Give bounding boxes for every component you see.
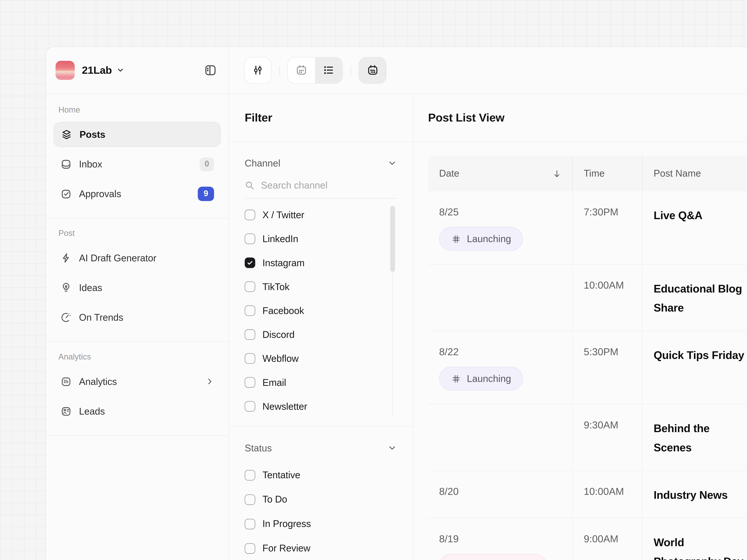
channel-option-email[interactable]: Email [244, 371, 385, 394]
channel-option-label: Facebook [262, 305, 304, 316]
tag-pill-launching[interactable]: Launching [439, 227, 523, 251]
app-window: 21Lab [46, 47, 747, 560]
post-date: 8/25 [439, 206, 562, 218]
checkbox-unchecked[interactable] [244, 401, 255, 411]
checkbox-unchecked[interactable] [244, 329, 255, 340]
inbox-count-badge: 0 [200, 157, 214, 171]
table-row[interactable]: 8/20 10:00AM Industry News [428, 471, 747, 518]
checkbox-unchecked[interactable] [244, 282, 255, 292]
table-header-row: Date Time Post Name [428, 156, 747, 191]
inbox-icon [60, 158, 72, 170]
post-list-header: Post List View [413, 94, 747, 142]
channel-section-header[interactable]: Channel [244, 154, 397, 172]
table-row[interactable]: 9:30AM Behind the Scenes [428, 404, 747, 471]
tag-pill-world-photography-day[interactable]: World Photography Day [439, 554, 547, 560]
tag-pill-launching[interactable]: Launching [439, 367, 523, 391]
filter-title: Filter [244, 111, 272, 124]
sidebar-item-label: Approvals [79, 188, 121, 199]
calendar-view-button[interactable] [288, 57, 315, 83]
channel-option-label: X / Twitter [262, 209, 304, 220]
checkbox-unchecked[interactable] [244, 494, 255, 505]
post-date: 8/19 [439, 533, 562, 545]
calendar-view-icon [295, 64, 307, 76]
column-header-label: Time [584, 168, 605, 179]
top-header: 21Lab [46, 47, 747, 94]
channel-option-webflow[interactable]: Webflow [244, 346, 385, 370]
filter-header: Filter [229, 94, 413, 142]
sidebar-item-on-trends[interactable]: On Trends [54, 305, 221, 330]
column-header-date[interactable]: Date [428, 156, 572, 191]
sidebar-item-ai-draft-generator[interactable]: AI Draft Generator [54, 245, 221, 270]
sidebar-section-home: Home [58, 105, 221, 115]
post-name: Industry News [654, 485, 747, 505]
status-option-in-progress[interactable]: In Progress [244, 512, 397, 536]
sidebar-toggle-icon[interactable] [204, 64, 217, 77]
channel-option-list: X / Twitter LinkedIn Instagram TikT [244, 203, 397, 418]
checkbox-unchecked[interactable] [244, 305, 255, 316]
table-row[interactable]: 8/22 Launching 5:30PM Quick Tips Friday [428, 331, 747, 404]
channel-option-newsletter[interactable]: Newsletter [244, 394, 385, 418]
column-header-post-name[interactable]: Post Name [642, 156, 747, 191]
channel-option-linkedin[interactable]: LinkedIn [244, 227, 385, 251]
channel-option-x-twitter[interactable]: X / Twitter [244, 203, 385, 227]
schedule-view-button[interactable] [359, 57, 387, 84]
sidebar-item-inbox[interactable]: Inbox 0 [54, 152, 221, 177]
schedule-view-icon [367, 64, 379, 76]
channel-option-instagram[interactable]: Instagram [244, 251, 385, 275]
workspace-name[interactable]: 21Lab [82, 64, 112, 76]
channel-option-tiktok[interactable]: TikTok [244, 275, 385, 299]
app-body: Home Posts [46, 94, 747, 560]
channel-search [244, 180, 397, 198]
scrollbar-thumb[interactable] [390, 206, 395, 272]
status-option-to-do[interactable]: To Do [244, 487, 397, 512]
sidebar-item-ideas[interactable]: Ideas [54, 275, 221, 300]
post-date: 8/22 [439, 346, 562, 358]
checkbox-unchecked[interactable] [244, 210, 255, 220]
bar-chart-icon [60, 376, 72, 387]
channel-option-facebook[interactable]: Facebook [244, 299, 385, 323]
post-name: Quick Tips Friday [654, 346, 747, 365]
checkbox-checked[interactable] [244, 258, 255, 268]
post-list-title: Post List View [428, 111, 505, 124]
status-option-for-review[interactable]: For Review [244, 536, 397, 560]
hash-icon [451, 234, 461, 244]
checkbox-unchecked[interactable] [244, 543, 255, 554]
checkbox-unchecked[interactable] [244, 518, 255, 529]
channel-search-input[interactable] [261, 180, 397, 191]
workspace-avatar[interactable] [55, 60, 75, 80]
filter-settings-button[interactable] [244, 57, 272, 84]
status-option-label: Tentative [262, 470, 300, 480]
status-section-header[interactable]: Status [244, 439, 397, 457]
checkbox-unchecked[interactable] [244, 377, 255, 388]
checkbox-unchecked[interactable] [244, 234, 255, 244]
filter-panel: Filter Channel [229, 94, 413, 560]
post-list-body: Date Time Post Name [413, 142, 747, 560]
check-square-icon [60, 188, 72, 200]
post-time: 9:00AM [584, 533, 632, 545]
post-time: 10:00AM [584, 279, 632, 292]
checkbox-unchecked[interactable] [244, 470, 255, 480]
sidebar-item-label: On Trends [79, 312, 123, 323]
channel-option-discord[interactable]: Discord [244, 323, 385, 346]
chevron-down-icon[interactable] [116, 66, 124, 74]
table-row[interactable]: 8/19 World Photography Day 9:00AM World … [428, 518, 747, 560]
column-header-label: Post Name [654, 168, 701, 179]
list-view-button[interactable] [315, 57, 342, 83]
sidebar-section-analytics: Analytics [58, 352, 221, 362]
sidebar-item-analytics[interactable]: Analytics [54, 369, 221, 394]
table-row[interactable]: 8/25 Launching 7:30PM Live Q&A [428, 191, 747, 265]
checkbox-unchecked[interactable] [244, 353, 255, 364]
post-time: 10:00AM [584, 485, 632, 498]
sidebar-item-approvals[interactable]: Approvals 9 [54, 182, 221, 206]
table-row[interactable]: 10:00AM Educational Blog Share [428, 265, 747, 331]
post-name: Educational Blog Share [654, 279, 747, 317]
sidebar-item-posts[interactable]: Posts [54, 122, 221, 147]
column-header-time[interactable]: Time [572, 156, 642, 191]
sidebar-item-leads[interactable]: Leads [54, 399, 221, 424]
filter-body: Channel X / Twitt [229, 142, 413, 560]
lightning-icon [60, 252, 72, 264]
layers-icon [61, 129, 73, 140]
status-option-tentative[interactable]: Tentative [244, 463, 397, 487]
post-name: Live Q&A [654, 206, 747, 225]
hash-icon [451, 374, 461, 383]
